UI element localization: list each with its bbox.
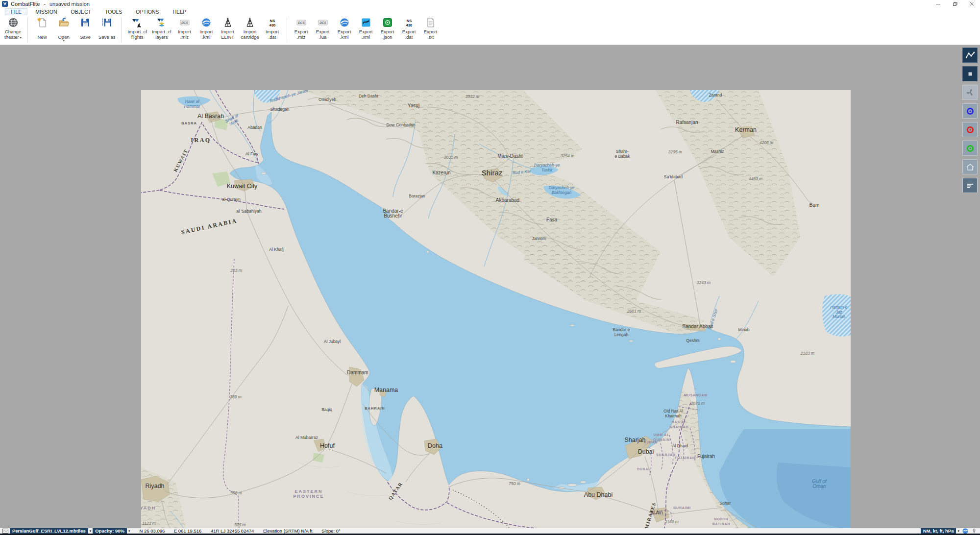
open-button[interactable]: Open▾ <box>53 16 74 41</box>
toolbar-button-label: Export.dat <box>402 29 416 40</box>
red-ring-tool-button[interactable] <box>962 122 978 137</box>
menu-tools[interactable]: TOOLS <box>99 8 128 15</box>
change-theater-button[interactable]: Changetheater▾ <box>2 16 24 42</box>
map-label: 3031 m <box>444 155 458 160</box>
map-label: Al Dhaid <box>672 443 688 448</box>
toolbar-button-label: Save <box>80 29 91 40</box>
export-xml-button[interactable]: Export.xml <box>355 16 377 41</box>
map-label: Abadan <box>247 125 262 130</box>
map-label: 558 m <box>230 490 242 495</box>
toolbar-button-label: Import.miz <box>178 29 191 40</box>
menu-help[interactable]: HELP <box>167 8 192 15</box>
units-caret-icon[interactable]: ▾ <box>957 529 959 533</box>
blue-ring-tool-button[interactable] <box>962 103 978 119</box>
menu-object[interactable]: OBJECT <box>65 8 97 15</box>
menubar: FILEMISSIONOBJECTTOOLSOPTIONSHELP <box>0 8 980 16</box>
document-title: unsaved mission <box>49 1 90 7</box>
map-label: Shahr-e Babak <box>614 149 630 159</box>
units-dropdown[interactable]: NM, kt, ft, hPa <box>921 528 956 534</box>
map-pin-icon[interactable] <box>971 528 977 534</box>
export-lua-button[interactable]: DCSExport.lua <box>312 16 334 41</box>
square-tool-button[interactable] <box>962 66 978 81</box>
layers-panel-button[interactable] <box>962 178 978 193</box>
map-label: Bandar-eLengah <box>613 327 630 337</box>
export-json-button[interactable]: Export.json <box>377 16 398 41</box>
map-label: 2681 m <box>627 309 641 314</box>
map-label: Dow Gonbadan <box>386 122 415 127</box>
import-elint-button[interactable]: ImportELINT <box>217 16 239 41</box>
import-cartridge-button[interactable]: Importcartridge <box>239 16 262 41</box>
opacity-dropdown[interactable]: Opacity: 90% <box>93 528 127 534</box>
google-earth-sync-icon[interactable] <box>962 528 968 534</box>
toolbar-button-label: Export.json <box>381 29 394 40</box>
save-as-button[interactable]: Save as <box>96 16 118 41</box>
toolbar-button-label: Export.lua <box>316 29 329 40</box>
app-title: CombatFlite <box>11 1 40 7</box>
import-kml-button[interactable]: Import.kml <box>196 16 217 41</box>
save-button[interactable]: Save <box>74 16 96 41</box>
rotor-tool-button[interactable] <box>962 85 978 100</box>
export-txt-button[interactable]: Export.txt <box>420 16 441 41</box>
map-label: Al Mubarraz <box>295 435 318 440</box>
map-label: Sa'Idabad <box>664 174 683 179</box>
map-label: Zarand <box>709 93 722 97</box>
tile-source-caret-icon[interactable]: ▾ <box>90 529 92 533</box>
map-label: Doha <box>428 442 442 449</box>
close-button[interactable] <box>963 0 980 8</box>
polyline-tool-button[interactable] <box>962 48 978 63</box>
map-label: 4483 m <box>749 176 762 181</box>
import-cf-layers-button[interactable]: Import .cflayers <box>149 16 174 41</box>
map-label: Kerman <box>735 126 757 133</box>
toolbar-button-label: Open <box>58 29 69 40</box>
svg-text:430: 430 <box>406 23 412 27</box>
new-button[interactable]: New <box>31 16 53 41</box>
map-label: BURAIMI <box>673 506 691 510</box>
export-kml-button[interactable]: Export.kml <box>334 16 355 41</box>
map-label: Akbarabad <box>496 197 519 203</box>
opacity-caret-icon[interactable]: ▾ <box>128 529 130 533</box>
toolbar-button-label: Changetheater▾ <box>4 29 22 40</box>
stop-icon <box>965 69 976 79</box>
map-label: Baqiq <box>321 407 332 412</box>
toolbar-button-label: ImportELINT <box>221 29 234 40</box>
home-view-button[interactable] <box>962 159 978 174</box>
menu-file[interactable]: FILE <box>5 8 27 15</box>
coord-mgrs: 41R LJ 32455 82474 <box>211 528 254 534</box>
workspace: IRAQKUWAITSAUDI ARABIAQATAROMANUNITED AR… <box>0 45 980 528</box>
map-label: Dammam <box>347 370 368 375</box>
restore-button[interactable] <box>947 0 963 8</box>
app-logo-icon <box>2 1 8 7</box>
save-icon <box>80 17 91 28</box>
map-label: Al Ain <box>650 510 663 515</box>
map-label: Daryacheh-yeBakhtegan <box>549 185 575 195</box>
map-label: Shiraz <box>482 169 503 177</box>
map-label: Shadegan <box>270 107 290 112</box>
map-label: Fasa <box>546 217 558 222</box>
map-label: Rafsanjan <box>676 120 698 125</box>
map-label: EASTERNPROVINCE <box>293 489 324 499</box>
map-label: Fujairah <box>697 454 715 459</box>
import-miz-button[interactable]: DCSImport.miz <box>174 16 196 41</box>
rotor-icon <box>965 87 976 98</box>
map-label: 3243 m <box>697 280 710 285</box>
svg-text:DCS: DCS <box>298 21 305 24</box>
minimize-button[interactable] <box>930 0 947 8</box>
open-folder-icon <box>58 17 69 28</box>
dropdown-caret-icon: ▾ <box>63 39 65 43</box>
map-image: IRAQKUWAITSAUDI ARABIAQATAROMANUNITED AR… <box>141 90 851 535</box>
tile-source-dropdown[interactable]: PersianGulf_ESRI_LVL12.mbtiles <box>10 528 88 534</box>
green-ring-tool-button[interactable] <box>962 141 978 156</box>
home-icon <box>965 162 976 172</box>
map-label: 505 m <box>234 522 246 527</box>
export-dat-button[interactable]: NS430Export.dat <box>398 16 420 41</box>
layers-filter-icon <box>965 180 976 191</box>
menu-mission[interactable]: MISSION <box>29 8 63 15</box>
import-cf-flights-button[interactable]: Import .cfflights <box>125 16 149 41</box>
globe-icon <box>8 17 19 28</box>
import-dat-button[interactable]: NS430Import.dat <box>262 16 283 41</box>
menu-options[interactable]: OPTIONS <box>130 8 165 15</box>
map-label: BASRA <box>181 121 197 125</box>
export-miz-button[interactable]: DCSExport.miz <box>291 16 312 41</box>
toolbar-button-label: Import.kml <box>199 29 213 40</box>
map-canvas[interactable]: IRAQKUWAITSAUDI ARABIAQATAROMANUNITED AR… <box>141 90 851 535</box>
